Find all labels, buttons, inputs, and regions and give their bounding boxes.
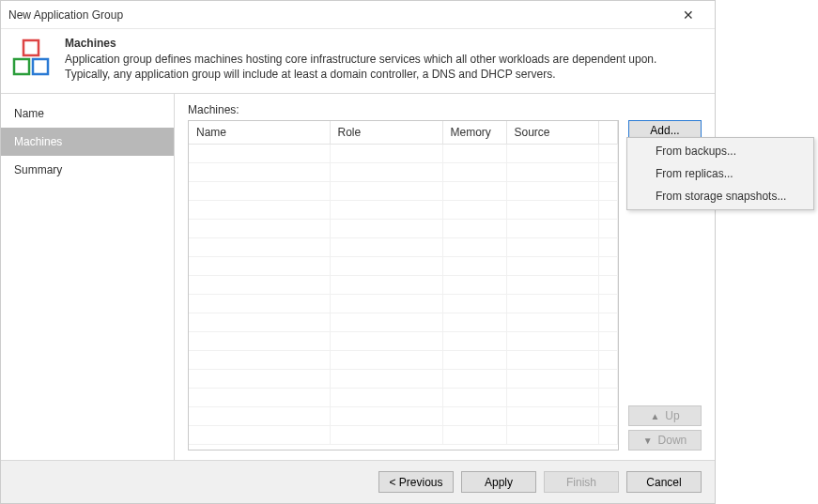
menu-item-label: From storage snapshots... [656, 190, 786, 203]
table-row[interactable] [189, 219, 618, 237]
add-button-label: Add... [650, 124, 679, 137]
table-row[interactable] [189, 294, 618, 313]
dialog-window: New Application Group ✕ Machines Applica… [0, 0, 716, 504]
col-spacer [599, 121, 618, 144]
table-row[interactable] [189, 331, 618, 350]
close-icon: ✕ [683, 8, 694, 23]
cancel-button[interactable]: Cancel [626, 471, 702, 493]
machines-table-wrap: Name Role Memory Source [188, 120, 619, 451]
table-row[interactable] [189, 313, 618, 331]
sidebar: Name Machines Summary [1, 94, 175, 460]
table-row[interactable] [189, 369, 618, 388]
table-row[interactable] [189, 200, 618, 219]
col-name[interactable]: Name [189, 121, 330, 144]
sidebar-item-machines[interactable]: Machines [1, 128, 174, 156]
up-button-label: Up [665, 409, 679, 422]
titlebar: New Application Group ✕ [1, 1, 715, 29]
content-row: Name Role Memory Source [188, 120, 702, 451]
svg-rect-0 [23, 40, 39, 55]
previous-button-label: < Previous [389, 476, 442, 489]
finish-button[interactable]: Finish [544, 471, 619, 493]
up-button[interactable]: ▲ Up [628, 405, 702, 426]
close-button[interactable]: ✕ [670, 2, 707, 28]
table-row[interactable] [189, 350, 618, 369]
sidebar-item-label: Name [14, 107, 44, 120]
menu-item-from-backups[interactable]: From backups... [629, 140, 811, 162]
table-row[interactable] [189, 144, 618, 162]
col-role[interactable]: Role [330, 121, 442, 144]
menu-item-from-storage-snapshots[interactable]: From storage snapshots... [629, 185, 811, 207]
arrow-up-icon: ▲ [650, 411, 659, 421]
machines-table: Name Role Memory Source [189, 121, 618, 445]
svg-rect-2 [33, 59, 48, 74]
table-row[interactable] [189, 162, 618, 181]
table-row[interactable] [189, 256, 618, 275]
menu-item-label: From backups... [656, 145, 736, 158]
table-row[interactable] [189, 425, 618, 444]
table-row[interactable] [189, 181, 618, 200]
apply-button[interactable]: Apply [461, 471, 536, 493]
machines-label: Machines: [188, 103, 702, 116]
menu-item-label: From replicas... [656, 167, 733, 180]
sidebar-item-summary[interactable]: Summary [1, 156, 174, 184]
table-row[interactable] [189, 406, 618, 425]
down-button-label: Down [658, 434, 687, 447]
col-memory[interactable]: Memory [442, 121, 506, 144]
footer: < Previous Apply Finish Cancel [1, 460, 715, 503]
table-body [189, 144, 618, 444]
header-title: Machines [65, 37, 703, 50]
body: Name Machines Summary Machines: [1, 94, 715, 460]
menu-item-from-replicas[interactable]: From replicas... [629, 162, 811, 185]
header-text: Machines Application group defines machi… [65, 37, 703, 82]
header: Machines Application group defines machi… [1, 29, 715, 94]
previous-button[interactable]: < Previous [378, 471, 454, 493]
cancel-button-label: Cancel [646, 476, 681, 489]
sidebar-item-label: Machines [14, 135, 62, 148]
table-row[interactable] [189, 275, 618, 294]
svg-rect-1 [14, 59, 29, 74]
finish-button-label: Finish [566, 476, 596, 489]
machines-icon [12, 38, 52, 78]
sidebar-item-name[interactable]: Name [1, 99, 174, 128]
down-button[interactable]: ▼ Down [628, 430, 702, 451]
table-row[interactable] [189, 388, 618, 406]
apply-button-label: Apply [485, 476, 513, 489]
window-title: New Application Group [8, 8, 670, 22]
add-dropdown-menu: From backups... From replicas... From st… [626, 137, 814, 210]
arrow-down-icon: ▼ [643, 435, 653, 446]
header-description: Application group defines machines hosti… [65, 52, 703, 82]
table-row[interactable] [189, 237, 618, 256]
col-source[interactable]: Source [506, 121, 599, 144]
sidebar-item-label: Summary [14, 163, 62, 176]
